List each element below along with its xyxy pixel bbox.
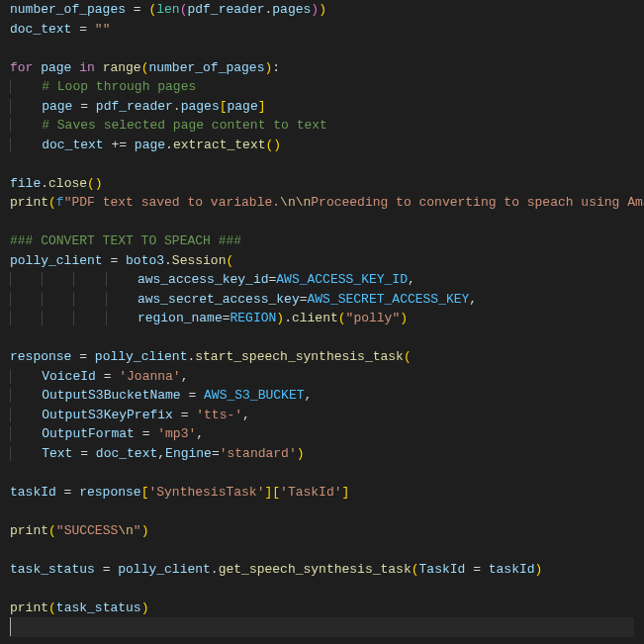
operator: = xyxy=(212,446,220,461)
variable: page xyxy=(135,138,165,152)
string: 'mp3' xyxy=(157,426,196,441)
code-line xyxy=(10,579,634,598)
builtin: len xyxy=(156,2,179,17)
bracket: [ xyxy=(220,99,228,114)
function: start_speech_synthesis_task xyxy=(195,349,404,364)
constant: AWS_SECRET_ACCESS_KEY xyxy=(308,292,470,307)
variable: taskId xyxy=(489,562,535,577)
code-line xyxy=(10,502,634,521)
variable: taskId xyxy=(10,485,56,500)
string: " xyxy=(134,523,141,538)
variable: polly_client xyxy=(118,562,211,577)
string: "polly" xyxy=(346,311,401,325)
variable: doc_text xyxy=(10,22,71,37)
paren: ) xyxy=(141,600,149,615)
variable: doc_text xyxy=(96,446,157,461)
code-line xyxy=(10,540,634,560)
variable: file xyxy=(10,176,41,191)
colon: : xyxy=(272,60,280,75)
variable: number_of_pages xyxy=(10,2,126,17)
comment: ### CONVERT TEXT TO SPEACH ### xyxy=(10,233,241,248)
function: print xyxy=(10,523,48,538)
string: 'standard' xyxy=(220,446,297,461)
variable: response xyxy=(79,485,140,500)
operator: = xyxy=(72,99,95,114)
variable: TaskId xyxy=(419,562,466,577)
code-line: OutputFormat = 'mp3', xyxy=(10,424,634,444)
code-line xyxy=(10,213,634,232)
code-line: print("SUCCESS\n") xyxy=(10,521,634,541)
operator: = xyxy=(103,253,126,268)
string: 'tts-' xyxy=(196,408,242,422)
code-line: polly_client = boto3.Session( xyxy=(10,251,634,271)
paren: ) xyxy=(400,311,408,325)
comment: # Saves selected page content to text xyxy=(42,118,327,133)
dot: . xyxy=(165,138,173,152)
constant: REGION xyxy=(230,311,277,325)
code-editor[interactable]: number_of_pages = (len(pdf_reader.pages)… xyxy=(0,0,644,637)
code-line: taskId = response['SynthesisTask']['Task… xyxy=(10,483,634,503)
paren: ( xyxy=(226,253,233,268)
variable: Text xyxy=(42,446,72,461)
code-line xyxy=(10,328,634,348)
variable: pdf_reader xyxy=(96,99,173,114)
variable: OutputFormat xyxy=(42,426,135,441)
variable: pages xyxy=(272,2,311,17)
comment: # Loop through pages xyxy=(42,79,196,94)
variable: OutputS3BucketName xyxy=(42,388,180,403)
variable: aws_secret_access_key xyxy=(138,292,300,307)
code-line: response = polly_client.start_speech_syn… xyxy=(10,347,634,367)
operator: = xyxy=(71,349,94,364)
code-line: OutputS3BucketName = AWS_S3_BUCKET, xyxy=(10,386,634,406)
code-line: # Loop through pages xyxy=(10,77,634,97)
function: print xyxy=(10,600,48,615)
string: "SUCCESS xyxy=(56,523,118,538)
operator: = xyxy=(465,562,488,577)
keyword: for xyxy=(10,60,33,75)
variable: task_status xyxy=(10,562,95,577)
variable: response xyxy=(10,349,71,364)
operator: = xyxy=(71,22,94,37)
variable: number_of_pages xyxy=(148,60,264,75)
function: client xyxy=(292,311,338,325)
variable: pages xyxy=(181,99,220,114)
paren: ( xyxy=(87,176,95,191)
code-line: aws_access_key_id=AWS_ACCESS_KEY_ID, xyxy=(10,270,634,290)
operator: = xyxy=(135,426,157,441)
variable: VoiceId xyxy=(42,369,96,384)
variable: page xyxy=(42,99,72,114)
code-line: ### CONVERT TEXT TO SPEACH ### xyxy=(10,231,634,251)
variable: pdf_reader xyxy=(187,2,264,17)
operator: = xyxy=(181,388,204,403)
operator: = xyxy=(173,408,196,422)
comma: , xyxy=(304,388,312,403)
bracket: [ xyxy=(272,485,280,500)
comma: , xyxy=(408,272,415,287)
paren: ( xyxy=(48,600,56,615)
operator: = xyxy=(223,311,230,325)
code-line: task_status = polly_client.get_speech_sy… xyxy=(10,560,634,580)
variable: page xyxy=(228,99,258,114)
paren: ( xyxy=(338,311,346,325)
cursor-line[interactable] xyxy=(10,617,634,637)
code-line: region_name=REGION).client("polly") xyxy=(10,309,634,328)
comma: , xyxy=(469,292,477,307)
bracket: ] xyxy=(342,485,350,500)
code-line: doc_text = "" xyxy=(10,20,634,40)
paren: ( xyxy=(412,562,419,577)
variable: boto3 xyxy=(126,253,164,268)
code-line: doc_text += page.extract_text() xyxy=(10,136,634,155)
dot: . xyxy=(41,176,48,191)
bracket: ] xyxy=(258,99,266,114)
operator: = xyxy=(126,2,148,17)
code-line: page = pdf_reader.pages[page] xyxy=(10,97,634,117)
paren: ( xyxy=(404,349,412,364)
code-line: number_of_pages = (len(pdf_reader.pages)… xyxy=(10,0,634,20)
operator: += xyxy=(104,138,135,152)
code-line xyxy=(10,463,634,483)
string: 'SynthesisTask' xyxy=(148,485,264,500)
variable: polly_client xyxy=(10,253,103,268)
variable: task_status xyxy=(56,600,141,615)
paren: ) xyxy=(319,2,326,17)
comma: , xyxy=(181,369,189,384)
